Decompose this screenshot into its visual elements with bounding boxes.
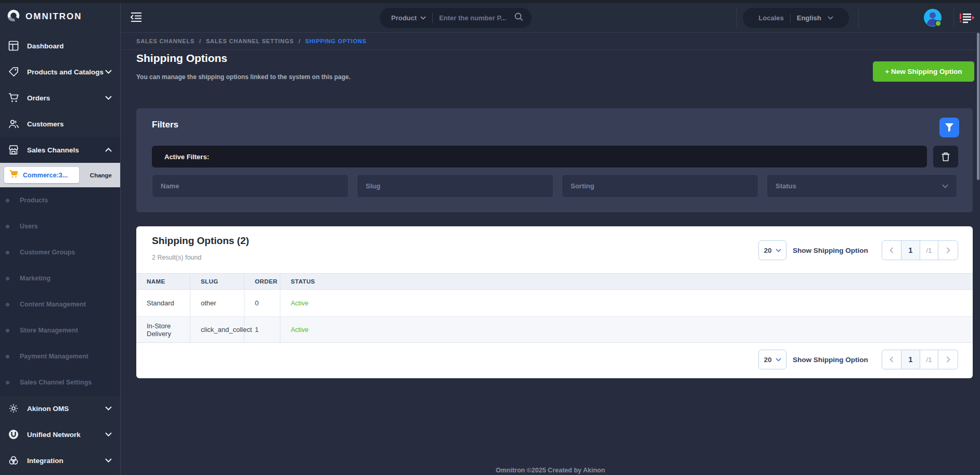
- page-size-select[interactable]: 20: [758, 240, 786, 260]
- active-channel-band: Commerce:3... Change: [0, 163, 120, 187]
- store-icon: [7, 145, 20, 155]
- topbar-divider: [953, 7, 954, 28]
- filter-funnel-icon: [945, 123, 954, 132]
- show-shipping-option-label: Show Shipping Option: [793, 356, 868, 364]
- cell-order: 1: [244, 317, 280, 342]
- search-category-dropdown[interactable]: Product: [391, 14, 426, 22]
- breadcrumb: SALES CHANNELS / SALES CHANNEL SETTINGS …: [121, 33, 980, 50]
- chevron-down-icon: [828, 16, 833, 20]
- sidebar-subitem-customer-groups[interactable]: Customer Groups: [0, 239, 120, 265]
- tag-icon: [7, 67, 20, 77]
- filters-title: Filters: [152, 120, 178, 130]
- cell-status: Active: [280, 317, 973, 342]
- sidebar-subitem-payment-management[interactable]: Payment Management: [0, 343, 120, 369]
- chevron-right-icon: [946, 356, 950, 363]
- sidebar-item-label: Sales Channels: [27, 146, 79, 154]
- sidebar-subitem-content-management[interactable]: Content Management: [0, 291, 120, 317]
- pagination-prev-button[interactable]: [882, 350, 901, 369]
- sidebar-item-label: Products and Catalogs: [27, 68, 104, 76]
- result-count: 2 Result(s) found: [152, 254, 201, 261]
- sidebar-subitem-users[interactable]: Users: [0, 213, 120, 239]
- table-row[interactable]: In-Store Delivery click_and_collect 1 Ac…: [136, 316, 973, 343]
- cell-name: In-Store Delivery: [136, 317, 190, 342]
- sidebar-item-label: Integration: [27, 457, 63, 465]
- column-header-slug: SLUG: [190, 274, 244, 289]
- sidebar-item-customers[interactable]: Customers: [0, 111, 120, 137]
- pagination: 1 /1: [882, 240, 958, 260]
- cell-status: Active: [280, 290, 973, 316]
- brand-logo[interactable]: OMNITRON: [0, 3, 120, 30]
- sidebar-subitem-store-management[interactable]: Store Management: [0, 317, 120, 343]
- pagination-current-page[interactable]: 1: [901, 241, 920, 260]
- bullet-icon: [6, 251, 9, 254]
- search-input[interactable]: [439, 14, 514, 22]
- sidebar-item-dashboard[interactable]: Dashboard: [0, 33, 120, 59]
- active-channel-pill[interactable]: Commerce:3...: [4, 167, 79, 183]
- cell-slug: other: [190, 290, 244, 316]
- pagination-next-button[interactable]: [938, 241, 958, 260]
- topbar: Product Locales English: [121, 3, 980, 33]
- table-row[interactable]: Standard other 0 Active: [136, 290, 973, 316]
- page-size-select[interactable]: 20: [758, 350, 786, 369]
- change-channel-button[interactable]: Change: [90, 172, 112, 178]
- pagination-current-page[interactable]: 1: [901, 350, 920, 369]
- user-avatar[interactable]: [923, 8, 942, 27]
- filter-status-select[interactable]: Status: [767, 174, 957, 198]
- table-header-row: NAME SLUG ORDER STATUS: [136, 273, 973, 290]
- locales-dropdown[interactable]: Locales English: [743, 8, 849, 28]
- bullet-icon: [6, 329, 9, 332]
- whats-new-icon[interactable]: [959, 12, 975, 26]
- sidebar-nav: Dashboard Products and Catalogs Orders: [0, 33, 120, 473]
- pagination-total-pages: /1: [920, 350, 938, 369]
- sidebar-item-label: Orders: [27, 94, 50, 102]
- unified-network-icon: [7, 429, 20, 440]
- chevron-down-icon: [942, 184, 948, 188]
- chevron-left-icon: [889, 247, 894, 253]
- sidebar-subitem-products[interactable]: Products: [0, 187, 120, 213]
- page-subtitle: You can manage the shipping options link…: [136, 73, 351, 81]
- brand-name: OMNITRON: [25, 11, 82, 22]
- cell-order: 0: [244, 290, 280, 316]
- search-icon[interactable]: [514, 12, 523, 23]
- page-title: Shipping Options: [136, 52, 227, 65]
- breadcrumb-sales-channel-settings[interactable]: SALES CHANNEL SETTINGS: [206, 38, 294, 44]
- bullet-icon: [6, 225, 9, 228]
- pagination-total-pages: /1: [920, 241, 938, 260]
- page-scrollbar[interactable]: [977, 33, 979, 180]
- pagination-next-button[interactable]: [938, 350, 958, 369]
- cell-slug: click_and_collect: [190, 317, 244, 342]
- bullet-icon: [6, 199, 9, 202]
- locales-divider: [790, 14, 791, 23]
- commerce-cart-icon: [9, 170, 18, 181]
- integration-icon: [7, 455, 20, 466]
- sidebar-item-akinon-oms[interactable]: Akinon OMS: [0, 395, 120, 421]
- column-header-order: ORDER: [244, 274, 280, 289]
- sidebar-item-label: Akinon OMS: [27, 405, 69, 413]
- show-shipping-option-label: Show Shipping Option: [793, 247, 868, 254]
- sidebar-item-orders[interactable]: Orders: [0, 85, 120, 111]
- chevron-down-icon: [776, 249, 781, 252]
- chevron-up-icon: [105, 148, 112, 152]
- sidebar-item-sales-channels[interactable]: Sales Channels: [0, 137, 120, 163]
- cart-icon: [7, 93, 20, 103]
- apply-filters-button[interactable]: [939, 118, 959, 137]
- filter-slug-input[interactable]: [357, 174, 553, 198]
- sidebar-item-products-and-catalogs[interactable]: Products and Catalogs: [0, 59, 120, 85]
- clear-filters-button[interactable]: [933, 146, 958, 168]
- chevron-down-icon: [776, 358, 781, 362]
- new-shipping-option-button[interactable]: + New Shipping Option: [873, 61, 974, 82]
- breadcrumb-sales-channels[interactable]: SALES CHANNELS: [136, 38, 195, 44]
- sidebar-item-label: Customers: [27, 120, 64, 128]
- sidebar-subitem-sales-channel-settings[interactable]: Sales Channel Settings: [0, 369, 120, 395]
- filter-sorting-input[interactable]: [562, 174, 758, 198]
- sidebar-item-integration[interactable]: Integration: [0, 447, 120, 473]
- sidebar-item-unified-network[interactable]: Unified Network: [0, 421, 120, 447]
- sidebar-collapse-icon[interactable]: [130, 11, 143, 25]
- active-filters-bar: Active Filters:: [152, 146, 927, 168]
- cell-name: Standard: [136, 290, 190, 316]
- filter-name-input[interactable]: [152, 174, 349, 198]
- sidebar-subitem-marketing[interactable]: Marketing: [0, 265, 120, 291]
- pagination-prev-button[interactable]: [882, 241, 901, 260]
- filters-panel: Filters Active Filters: Status: [136, 108, 973, 212]
- chevron-right-icon: [946, 247, 950, 253]
